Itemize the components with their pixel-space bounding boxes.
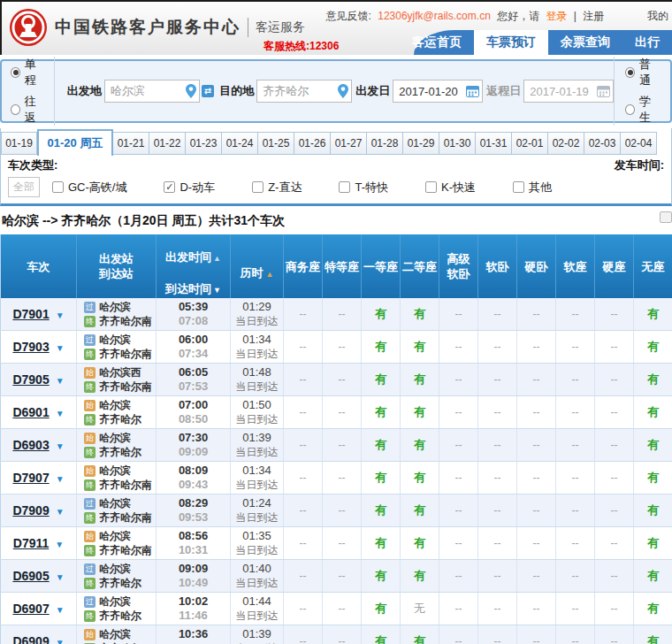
nav-tab-客运首页[interactable]: 客运首页 — [400, 30, 474, 55]
col-times[interactable]: 出发时间▲ 到达时间▼ — [157, 234, 231, 298]
chevron-down-icon[interactable]: ▼ — [56, 310, 65, 320]
seat-availability-cell[interactable]: 有 — [362, 625, 401, 644]
col-duration[interactable]: 历时▲ — [231, 234, 284, 298]
radio-icon[interactable] — [11, 104, 20, 115]
train-type-checkbox[interactable]: Z-直达 — [252, 180, 302, 196]
seat-availability-cell[interactable]: 有 — [634, 527, 672, 560]
chevron-down-icon[interactable]: ▼ — [56, 409, 65, 418]
radio-option[interactable]: 学生 — [625, 94, 660, 126]
seat-availability-cell[interactable]: 有 — [634, 331, 672, 364]
filter-all-button[interactable]: 全部 — [8, 177, 40, 197]
checkbox-icon[interactable] — [425, 181, 437, 193]
seat-availability-cell[interactable]: 有 — [401, 364, 439, 396]
date-tab-01-21[interactable]: 01-21 — [113, 132, 149, 155]
chevron-down-icon[interactable]: ▼ — [56, 605, 65, 615]
my-account-link[interactable]: 我的 — [647, 10, 668, 22]
nav-tab-出行[interactable]: 出行 — [622, 30, 672, 55]
chevron-down-icon[interactable]: ▼ — [56, 441, 65, 451]
seat-availability-cell[interactable]: 有 — [362, 331, 401, 364]
train-type-checkbox[interactable]: ✓D-动车 — [164, 180, 215, 196]
radio-icon[interactable] — [625, 104, 635, 115]
radio-option[interactable]: 单程 — [11, 57, 45, 88]
train-number-link[interactable]: D7901 — [12, 307, 49, 321]
date-tab-01-30[interactable]: 01-30 — [439, 132, 476, 155]
swap-stations-icon[interactable]: ⇄ — [202, 85, 214, 97]
date-tab-01-25[interactable]: 01-25 — [258, 132, 294, 155]
train-number-link[interactable]: D7905 — [12, 372, 49, 387]
calendar-icon[interactable] — [466, 85, 479, 97]
date-tab-02-01[interactable]: 02-01 — [512, 132, 548, 155]
date-tab-01-20[interactable]: 01-20 周五 — [37, 129, 113, 156]
seat-availability-cell[interactable]: 有 — [401, 527, 439, 560]
seat-availability-cell[interactable]: 有 — [634, 593, 672, 625]
date-tab-02-04[interactable]: 02-04 — [621, 132, 657, 155]
date-tab-01-19[interactable]: 01-19 — [1, 132, 37, 155]
radio-option[interactable]: 往返 — [11, 94, 45, 126]
feedback-email-link[interactable]: 12306yjfk@rails.com.cn — [378, 10, 491, 22]
sort-desc-icon[interactable]: ▼ — [213, 286, 221, 295]
seat-availability-cell[interactable]: 有 — [634, 625, 672, 644]
seat-availability-cell[interactable]: 有 — [362, 396, 401, 429]
date-tab-01-26[interactable]: 01-26 — [294, 132, 331, 155]
seat-availability-cell[interactable]: 有 — [362, 429, 401, 462]
train-number-link[interactable]: D6907 — [12, 602, 49, 616]
train-number-link[interactable]: D7909 — [12, 503, 49, 518]
train-number-link[interactable]: D6903 — [12, 438, 49, 452]
radio-icon[interactable] — [625, 67, 635, 78]
seat-availability-cell[interactable]: 有 — [634, 396, 672, 429]
seat-availability-cell[interactable]: 有 — [634, 364, 672, 396]
train-type-checkbox[interactable]: T-特快 — [339, 180, 388, 196]
chevron-down-icon[interactable]: ▼ — [56, 507, 65, 517]
radio-option[interactable]: 普通 — [625, 57, 660, 88]
sort-duration-icon[interactable]: ▲ — [266, 270, 274, 279]
seat-availability-cell[interactable]: 有 — [362, 494, 401, 527]
nav-tab-余票查询[interactable]: 余票查询 — [548, 30, 622, 55]
train-number-link[interactable]: D6905 — [12, 569, 49, 583]
col-train-no[interactable]: 车次 — [1, 234, 77, 298]
seat-availability-cell[interactable]: 有 — [362, 527, 401, 560]
seat-availability-cell[interactable]: 有 — [401, 560, 439, 593]
train-type-checkbox[interactable]: 其他 — [513, 180, 552, 196]
seat-availability-cell[interactable]: 有 — [401, 625, 439, 644]
seat-availability-cell[interactable]: 有 — [362, 462, 401, 494]
date-tab-02-03[interactable]: 02-03 — [584, 132, 621, 155]
seat-availability-cell[interactable]: 有 — [362, 364, 401, 396]
seat-availability-cell[interactable]: 有 — [362, 560, 401, 593]
checkbox-icon[interactable] — [52, 181, 64, 193]
date-tab-01-28[interactable]: 01-28 — [367, 132, 403, 155]
date-tab-02-02[interactable]: 02-02 — [548, 132, 584, 155]
seat-availability-cell[interactable]: 有 — [401, 462, 439, 494]
date-tab-01-24[interactable]: 01-24 — [222, 132, 258, 155]
date-tab-01-27[interactable]: 01-27 — [331, 132, 367, 155]
train-number-link[interactable]: D6901 — [12, 405, 49, 419]
login-link[interactable]: 登录 — [546, 10, 568, 22]
register-link[interactable]: 注册 — [583, 10, 604, 22]
checkbox-icon[interactable] — [513, 181, 524, 193]
checkbox-icon[interactable] — [252, 181, 263, 193]
seat-availability-cell[interactable]: 有 — [362, 298, 401, 331]
chevron-down-icon[interactable]: ▼ — [56, 638, 65, 644]
seat-availability-cell[interactable]: 有 — [401, 331, 439, 364]
train-number-link[interactable]: D7907 — [12, 471, 49, 485]
seat-availability-cell[interactable]: 有 — [401, 429, 439, 462]
chevron-down-icon[interactable]: ▼ — [56, 572, 65, 582]
clipped-checkbox[interactable] — [660, 211, 672, 223]
train-number-link[interactable]: D6909 — [12, 634, 49, 644]
sort-asc-icon[interactable]: ▲ — [213, 254, 221, 263]
seat-availability-cell[interactable]: 有 — [634, 494, 672, 527]
seat-availability-cell[interactable]: 有 — [634, 429, 672, 462]
radio-icon[interactable] — [11, 67, 20, 78]
seat-availability-cell[interactable]: 有 — [634, 462, 672, 494]
seat-availability-cell[interactable]: 有 — [401, 298, 439, 331]
seat-availability-cell[interactable]: 有 — [401, 494, 439, 527]
seat-availability-cell[interactable]: 有 — [634, 560, 672, 593]
seat-availability-cell[interactable]: 有 — [362, 593, 401, 625]
checkbox-icon[interactable]: ✓ — [164, 181, 175, 193]
train-number-link[interactable]: D7911 — [13, 536, 49, 550]
date-tab-01-29[interactable]: 01-29 — [403, 132, 439, 155]
chevron-down-icon[interactable]: ▼ — [56, 376, 65, 386]
train-type-checkbox[interactable]: GC-高铁/城 — [52, 180, 126, 196]
seat-availability-cell[interactable]: 有 — [634, 298, 672, 331]
date-tab-01-22[interactable]: 01-22 — [149, 132, 186, 155]
date-tab-01-23[interactable]: 01-23 — [186, 132, 222, 155]
